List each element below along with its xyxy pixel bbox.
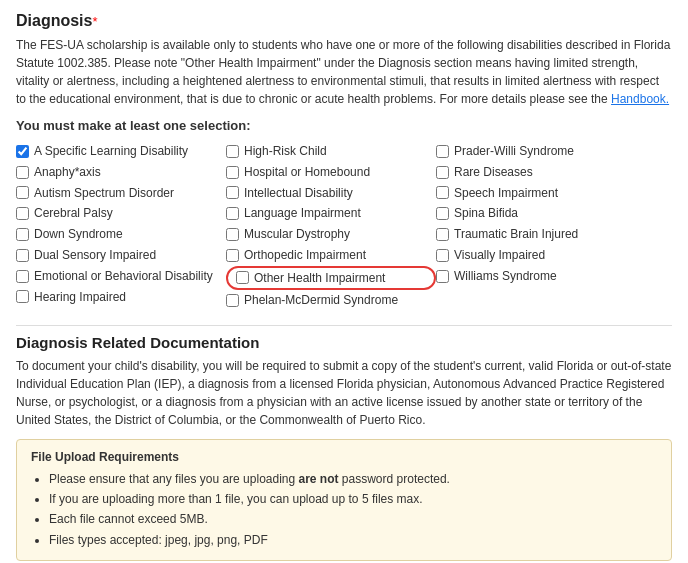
list-item: Emotional or Behavioral Disability (16, 266, 226, 287)
checkbox-label[interactable]: Speech Impairment (454, 185, 558, 202)
other-health-impairment-item: Other Health Impairment (226, 266, 436, 290)
checkbox-rare-diseases[interactable] (436, 166, 449, 179)
list-item: A Specific Learning Disability (16, 141, 226, 162)
checkbox-label[interactable]: Muscular Dystrophy (244, 226, 350, 243)
list-item: Speech Impairment (436, 183, 636, 204)
checkbox-label[interactable]: Traumatic Brain Injured (454, 226, 578, 243)
checkbox-intellectual-disability[interactable] (226, 186, 239, 199)
handbook-link[interactable]: Handbook. (611, 92, 669, 106)
selection-prompt: You must make at least one selection: (16, 118, 672, 133)
checkbox-label[interactable]: Anaphy*axis (34, 164, 101, 181)
checkbox-label[interactable]: Autism Spectrum Disorder (34, 185, 174, 202)
list-item: High-Risk Child (226, 141, 436, 162)
checkbox-orthopedic-impairment[interactable] (226, 249, 239, 262)
checkbox-label[interactable]: Emotional or Behavioral Disability (34, 268, 213, 285)
checkbox-williams-syndrome[interactable] (436, 270, 449, 283)
checkbox-autism-spectrum[interactable] (16, 186, 29, 199)
checkbox-dual-sensory[interactable] (16, 249, 29, 262)
checkbox-label[interactable]: High-Risk Child (244, 143, 327, 160)
checkbox-cerebral-palsy[interactable] (16, 207, 29, 220)
checkbox-col1: A Specific Learning Disability Anaphy*ax… (16, 141, 226, 311)
checkbox-label[interactable]: Hearing Impaired (34, 289, 126, 306)
checkbox-label[interactable]: Orthopedic Impairment (244, 247, 366, 264)
checkbox-label[interactable]: Language Impairment (244, 205, 361, 222)
list-item: Visually Impaired (436, 245, 636, 266)
checkbox-down-syndrome[interactable] (16, 228, 29, 241)
checkbox-emotional-behavioral[interactable] (16, 270, 29, 283)
diagnosis-section-header: Diagnosis* (16, 12, 672, 30)
checkbox-visually-impaired[interactable] (436, 249, 449, 262)
file-upload-requirements: Please ensure that any files you are upl… (31, 469, 657, 551)
upload-requirement-3: Each file cannot exceed 5MB. (49, 509, 657, 529)
checkbox-label[interactable]: Spina Bifida (454, 205, 518, 222)
checkbox-label[interactable]: Down Syndrome (34, 226, 123, 243)
list-item: Autism Spectrum Disorder (16, 183, 226, 204)
list-item: Rare Diseases (436, 162, 636, 183)
checkbox-label[interactable]: Cerebral Palsy (34, 205, 113, 222)
section-title: Diagnosis (16, 12, 92, 29)
list-item: Muscular Dystrophy (226, 224, 436, 245)
doc-related-section: Diagnosis Related Documentation To docum… (16, 325, 672, 563)
doc-description: To document your child's disability, you… (16, 357, 672, 429)
description-text: The FES-UA scholarship is available only… (16, 36, 672, 108)
file-upload-box: File Upload Requirements Please ensure t… (16, 439, 672, 562)
checkbox-label[interactable]: Rare Diseases (454, 164, 533, 181)
checkbox-prader-willi[interactable] (436, 145, 449, 158)
checkbox-label[interactable]: Dual Sensory Impaired (34, 247, 156, 264)
required-star: * (92, 14, 97, 29)
checkbox-label[interactable]: Hospital or Homebound (244, 164, 370, 181)
list-item: Orthopedic Impairment (226, 245, 436, 266)
list-item: Hospital or Homebound (226, 162, 436, 183)
list-item: Anaphy*axis (16, 162, 226, 183)
checkbox-hearing-impaired[interactable] (16, 290, 29, 303)
checkbox-label[interactable]: Williams Syndrome (454, 268, 557, 285)
checkbox-label[interactable]: A Specific Learning Disability (34, 143, 188, 160)
checkbox-muscular-dystrophy[interactable] (226, 228, 239, 241)
doc-section-title: Diagnosis Related Documentation (16, 325, 672, 351)
checkbox-phelan-mcdermid[interactable] (226, 294, 239, 307)
checkbox-a-specific-learning-disability[interactable] (16, 145, 29, 158)
checkbox-other-health-impairment[interactable] (236, 271, 249, 284)
list-item: Intellectual Disability (226, 183, 436, 204)
file-upload-title: File Upload Requirements (31, 450, 657, 464)
list-item: Dual Sensory Impaired (16, 245, 226, 266)
checkbox-col2: High-Risk Child Hospital or Homebound In… (226, 141, 436, 311)
list-item: Hearing Impaired (16, 287, 226, 308)
checkbox-col3: Prader-Willi Syndrome Rare Diseases Spee… (436, 141, 636, 311)
checkbox-label[interactable]: Prader-Willi Syndrome (454, 143, 574, 160)
checkbox-speech-impairment[interactable] (436, 186, 449, 199)
checkbox-high-risk[interactable] (226, 145, 239, 158)
checkbox-traumatic-brain[interactable] (436, 228, 449, 241)
checkbox-hospital-homebound[interactable] (226, 166, 239, 179)
list-item: Language Impairment (226, 203, 436, 224)
list-item: Cerebral Palsy (16, 203, 226, 224)
list-item: Down Syndrome (16, 224, 226, 245)
checkbox-label[interactable]: Visually Impaired (454, 247, 545, 264)
list-item: Williams Syndrome (436, 266, 636, 287)
list-item: Spina Bifida (436, 203, 636, 224)
list-item: Phelan-McDermid Syndrome (226, 290, 436, 311)
checkbox-label[interactable]: Phelan-McDermid Syndrome (244, 292, 398, 309)
checkbox-anaphylaxis[interactable] (16, 166, 29, 179)
upload-requirement-4: Files types accepted: jpeg, jpg, png, PD… (49, 530, 657, 550)
list-item: Prader-Willi Syndrome (436, 141, 636, 162)
checkbox-label[interactable]: Intellectual Disability (244, 185, 353, 202)
checkbox-label[interactable]: Other Health Impairment (254, 271, 385, 285)
list-item: Traumatic Brain Injured (436, 224, 636, 245)
checkbox-grid: A Specific Learning Disability Anaphy*ax… (16, 141, 672, 311)
upload-requirement-2: If you are uploading more than 1 file, y… (49, 489, 657, 509)
checkbox-language-impairment[interactable] (226, 207, 239, 220)
checkbox-spina-bifida[interactable] (436, 207, 449, 220)
upload-requirement-1: Please ensure that any files you are upl… (49, 469, 657, 489)
